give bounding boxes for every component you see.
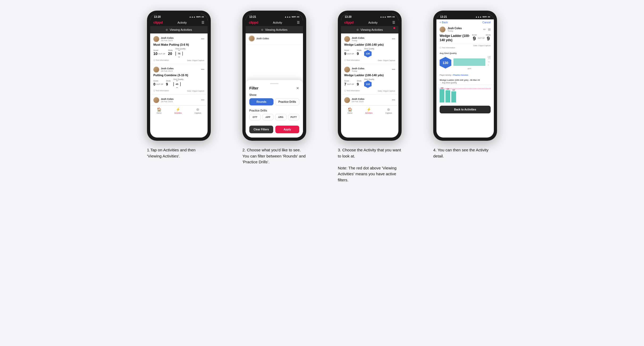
activity-card-1-1[interactable]: Josh Coles 28 Feb 2023 ••• Must Make Put… — [150, 33, 208, 64]
more-btn-1-2[interactable]: ••• — [201, 68, 204, 71]
activity-title-1-1: Must Make Putting (3-6 ft) — [153, 43, 204, 46]
capture-label-3: Capture — [385, 112, 392, 114]
detail-nav-bar: < Back Cancel — [436, 19, 494, 25]
viewing-banner-3[interactable]: ⚙ Viewing Activities — [341, 26, 398, 33]
user-name-3-3: Josh Coles — [352, 98, 364, 100]
stats-row-1-1: Score 10 OUT OF Shots 20 Shot Quality — [153, 48, 204, 57]
app-header-3: clippd Activity ☰ — [341, 19, 398, 26]
detail-icons: ✏ ⊞ — [483, 28, 491, 31]
more-btn-3-2[interactable]: ••• — [392, 68, 395, 71]
ott-btn[interactable]: OTT — [249, 114, 261, 120]
signal-icon-3: ▲▲▲ — [380, 16, 386, 18]
page-container: 13:20 ▲▲▲ WiFi 44 clippd Activity ☰ ⚙ — [136, 11, 508, 183]
nav-activities-3[interactable]: ⚡ Activities — [365, 107, 373, 114]
quality-badge-3-2: 118 — [364, 80, 372, 88]
edit-icon[interactable]: ✏ — [483, 28, 486, 31]
detail-user-info: Josh Coles Today — [440, 27, 462, 32]
menu-icon-1[interactable]: ☰ — [201, 21, 204, 24]
activity-card-1-3[interactable]: Josh Coles 28 Feb 2023 ••• — [150, 95, 208, 105]
info-right-1-1: Data: Clippd Capture — [187, 59, 204, 61]
red-dot-3 — [393, 27, 395, 29]
back-btn[interactable]: < Back — [440, 21, 448, 24]
wifi-icon-2: WiFi — [292, 16, 296, 18]
y-50: 50 — [488, 61, 491, 63]
step-4-column: 13:21 ▲▲▲ WiFi 44 < Back Cancel — [422, 11, 508, 159]
menu-icon-2[interactable]: ☰ — [297, 21, 300, 24]
nav-capture-1[interactable]: ⊕ Capture — [195, 107, 201, 114]
battery-icon-3: 44 — [392, 16, 395, 18]
mini-chart: 130 100 50 0 APP — [453, 56, 491, 69]
shots-label-3-2: Shots — [357, 80, 361, 82]
score-column: Score 9 — [472, 34, 477, 41]
drill-btns-row: OTT APP ARG PUTT — [249, 114, 299, 120]
home-label-3: Home — [347, 112, 352, 114]
battery-icon-2: 44 — [297, 16, 299, 18]
step-3-column: 13:20 ▲▲▲ WiFi 44 clippd Activity ☰ ⚙ Vi… — [327, 11, 413, 183]
step-1-column: 13:20 ▲▲▲ WiFi 44 clippd Activity ☰ ⚙ — [136, 11, 222, 159]
activities-icon-1: ⚡ — [176, 107, 180, 112]
activity-title-3-1: Wedge Ladder (100-140 yds) — [344, 43, 395, 46]
card-footer-1-1: ⓘ Test Information Data: Clippd Capture — [153, 59, 204, 62]
viewing-banner-2[interactable]: ⚙ Viewing Activities — [246, 26, 303, 33]
stats-row-3-1: Score 9 OUT OF Shots 9 Shot Quality — [344, 48, 395, 57]
viewing-banner-1[interactable]: ⚙ Viewing Activities — [150, 26, 208, 33]
nav-capture-3[interactable]: ⊕ Capture — [385, 107, 392, 114]
phone-4: 13:21 ▲▲▲ WiFi 44 < Back Cancel — [433, 11, 497, 141]
user-name-1-1: Josh Coles — [161, 37, 174, 39]
quality-label-3-1: Shot Quality — [364, 48, 374, 50]
step-3-caption: 3. Choose the Activity that you want to … — [338, 147, 402, 183]
practice-drills-toggle[interactable]: Practice Drills — [275, 98, 299, 105]
signal-icon-1: ▲▲▲ — [189, 16, 196, 18]
filter-modal: Filter ✕ Show Rounds Practice Drills Pra… — [246, 80, 303, 138]
dashed-line — [440, 89, 491, 89]
bar-col-3: 124 — [451, 89, 456, 102]
bar-chart-section: 132 129 124 — [436, 85, 494, 104]
app-btn[interactable]: APP — [262, 114, 274, 120]
nav-activities-1[interactable]: ⚡ Activities — [174, 107, 182, 114]
close-btn[interactable]: ✕ — [296, 86, 299, 90]
avatar-3-2 — [344, 67, 350, 72]
status-icons-1: ▲▲▲ WiFi 44 — [189, 16, 204, 18]
nav-home-3[interactable]: 🏠 Home — [347, 107, 352, 114]
wifi-icon-4: WiFi — [482, 16, 487, 18]
user-name-1-3: Josh Coles — [161, 98, 174, 100]
apply-btn[interactable]: Apply — [275, 126, 299, 133]
score-col-value: 9 — [472, 36, 477, 41]
avatar-4 — [440, 27, 445, 32]
more-btn-3-1[interactable]: ••• — [392, 37, 395, 41]
score-val-1-1: 10 — [153, 52, 158, 56]
cancel-btn[interactable]: Cancel — [482, 21, 491, 24]
bottom-nav-1: 🏠 Home ⚡ Activities ⊕ Capture — [150, 105, 208, 115]
back-to-activities-btn[interactable]: Back to Activities — [440, 106, 491, 113]
shots-label-1-1: Shots — [168, 49, 173, 51]
rounds-toggle[interactable]: Rounds — [249, 98, 273, 105]
user-date-3-2: Today — [352, 70, 364, 72]
arg-btn[interactable]: ARG — [275, 114, 287, 120]
expand-icon[interactable]: ⊞ — [488, 28, 491, 31]
avatar-1-1 — [153, 36, 159, 42]
activity-card-3-1[interactable]: Josh Coles Today ••• Wedge Ladder (100-1… — [341, 33, 398, 64]
phone-2-screen: 13:21 ▲▲▲ WiFi 44 clippd Activity ☰ ⚙ Vi… — [246, 14, 303, 138]
filter-actions: Clear Filters Apply — [249, 126, 299, 133]
activity-card-1-2[interactable]: Josh Coles 28 Feb 2023 ••• Putting Combi… — [150, 64, 208, 95]
activity-card-3-3[interactable]: Josh Coles 28 Feb 2023 ••• — [341, 95, 398, 105]
nav-home-1[interactable]: 🏠 Home — [157, 107, 162, 114]
avg-shot-hex: 130 — [440, 57, 451, 69]
user-date-1-1: 28 Feb 2023 — [161, 39, 174, 42]
more-btn-3-3[interactable]: ••• — [392, 98, 395, 102]
more-btn-1-1[interactable]: ••• — [201, 37, 204, 41]
quality-label-1-1: Shot Quality — [175, 48, 186, 50]
practice-session-link[interactable]: Practice Session — [453, 74, 468, 76]
status-icons-4: ▲▲▲ WiFi 44 — [475, 16, 490, 18]
more-btn-1-3[interactable]: ••• — [201, 98, 204, 102]
putt-btn[interactable]: PUTT — [288, 114, 300, 120]
activity-title-1-2: Putting Combine (3-15 ft) — [153, 74, 204, 77]
card-footer-1-2: ⓘ Test Information Data: Clippd Capture — [153, 89, 204, 92]
activity-card-3-2[interactable]: Josh Coles Today ••• Wedge Ladder (100-1… — [341, 64, 398, 95]
status-icons-3: ▲▲▲ WiFi 44 — [380, 16, 395, 18]
y-100: 100 — [488, 58, 491, 59]
filter-icon-3: ⚙ — [356, 28, 359, 31]
clear-filters-btn[interactable]: Clear Filters — [249, 126, 273, 133]
menu-icon-3[interactable]: ☰ — [392, 21, 395, 24]
detail-user-row: Josh Coles Today ✏ ⊞ — [436, 25, 494, 34]
